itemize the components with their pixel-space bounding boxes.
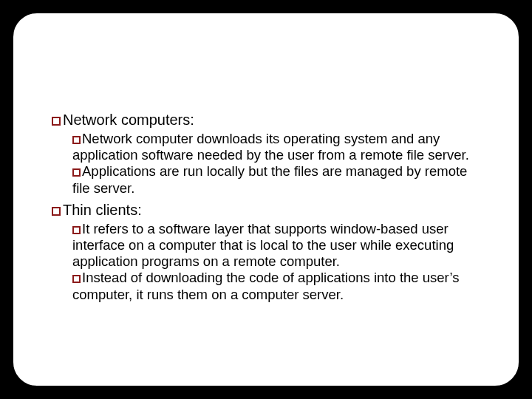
list-item: Instead of downloading the code of appli… — [72, 270, 483, 302]
list-item: It refers to a software layer that suppo… — [72, 221, 483, 270]
section-items: Network computer downloads its operating… — [72, 131, 483, 197]
slide-frame: Network computers: Network computer down… — [12, 12, 520, 387]
slide-content: Network computers: Network computer down… — [52, 111, 483, 307]
section-heading: Thin clients: — [52, 201, 483, 219]
item-text: Instead of downloading the code of appli… — [72, 270, 459, 301]
list-item: Applications are run locally but the fil… — [72, 163, 483, 196]
square-bullet-icon — [72, 168, 81, 177]
square-bullet-icon — [72, 275, 81, 283]
section-heading: Network computers: — [52, 111, 483, 129]
item-text: It refers to a software layer that suppo… — [72, 221, 454, 269]
list-item: Network computer downloads its operating… — [72, 131, 483, 163]
item-text: Applications are run locally but the fil… — [72, 163, 467, 195]
square-bullet-icon — [72, 226, 81, 234]
heading-text: Network computers: — [63, 112, 194, 128]
square-bullet-icon — [72, 136, 81, 144]
item-text: Network computer downloads its operating… — [72, 131, 469, 163]
square-bullet-icon — [52, 117, 61, 126]
section-items: It refers to a software layer that suppo… — [72, 221, 483, 303]
heading-text: Thin clients: — [63, 202, 142, 218]
square-bullet-icon — [52, 207, 61, 216]
